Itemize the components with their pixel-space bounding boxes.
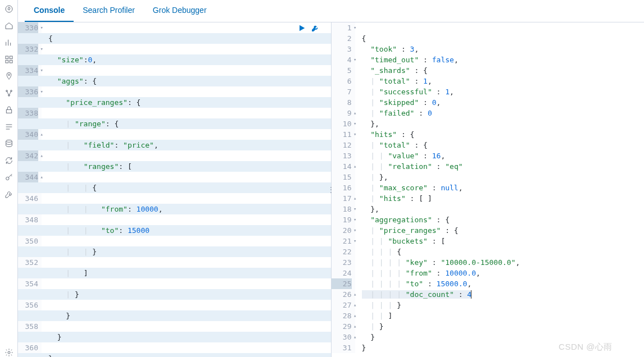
svg-point-10 <box>6 140 12 142</box>
home-icon[interactable] <box>4 21 13 30</box>
svg-point-11 <box>6 177 8 180</box>
svg-rect-4 <box>10 60 12 63</box>
tab-grok-debugger[interactable]: Grok Debugger <box>144 0 216 22</box>
svg-rect-2 <box>10 56 12 59</box>
play-icon[interactable] <box>297 24 306 33</box>
lock-icon[interactable] <box>4 106 13 115</box>
svg-point-5 <box>8 74 10 76</box>
response-viewer[interactable]: 1234567891011121314151617181920212223242… <box>332 22 645 357</box>
chart-icon[interactable] <box>4 38 13 47</box>
left-code[interactable]: { "size":0, "aggs": { "price_ranges": { … <box>42 22 331 357</box>
dev-tools-tabs: Console Search Profiler Grok Debugger <box>18 0 644 22</box>
app-root: Console Search Profiler Grok Debugger 33… <box>0 0 644 357</box>
list-icon[interactable] <box>4 122 13 131</box>
main-content: Console Search Profiler Grok Debugger 33… <box>18 0 644 357</box>
svg-point-12 <box>8 351 10 354</box>
svg-point-0 <box>6 6 12 12</box>
request-editor[interactable]: 3303313323333343353363373383393403413423… <box>18 22 332 357</box>
database-icon[interactable] <box>4 139 13 148</box>
dashboard-icon[interactable] <box>4 55 13 64</box>
svg-rect-1 <box>6 56 8 59</box>
editor-panes: 3303313323333343353363373383393403413423… <box>18 22 644 357</box>
pane-resize-handle[interactable]: ⋮ <box>328 184 334 195</box>
pin-icon[interactable] <box>4 72 13 81</box>
refresh-icon[interactable] <box>4 156 13 165</box>
compass-icon[interactable] <box>4 4 13 13</box>
right-code: { "took" : 3, "timed_out" : false, "_sha… <box>355 22 645 357</box>
tab-console[interactable]: Console <box>25 0 74 22</box>
wrench-action-icon[interactable] <box>311 24 320 33</box>
tab-search-profiler[interactable]: Search Profiler <box>74 0 144 22</box>
gear-icon[interactable] <box>4 348 13 357</box>
svg-rect-9 <box>6 109 11 113</box>
request-actions <box>297 24 320 33</box>
key-icon[interactable] <box>4 173 13 182</box>
svg-rect-3 <box>6 60 8 63</box>
left-nav-rail <box>0 0 18 357</box>
graph-icon[interactable] <box>4 89 13 98</box>
wrench-icon[interactable] <box>4 190 13 199</box>
